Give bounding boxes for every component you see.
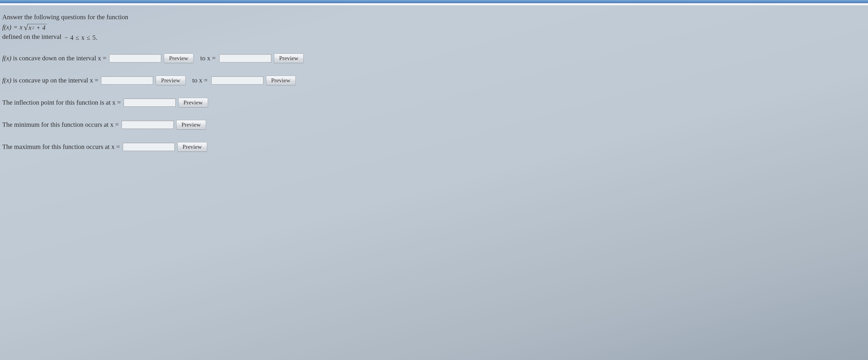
intro-line-3: defined on the interval − 4 ≤ x ≤ 5. (2, 32, 866, 42)
row-concave-up-label: f(x) is concave up on the interval x = (2, 76, 98, 84)
preview-button[interactable]: Preview (156, 76, 185, 85)
minimum-label: The minimum for this function occurs at … (2, 121, 119, 128)
concave-up-to-input[interactable] (211, 76, 264, 85)
maximum-label: The maximum for this function occurs at … (2, 143, 120, 151)
formula-coef-x: x (20, 22, 23, 32)
maximum-input[interactable] (123, 143, 175, 151)
row-maximum: The maximum for this function occurs at … (2, 142, 866, 152)
formula-expression: f(x) = x √ x2 + 4 (2, 22, 47, 32)
concave-up-to-label: to x = (192, 76, 208, 84)
intro-formula-line: f(x) = x √ x2 + 4 (2, 22, 866, 32)
preview-button[interactable]: Preview (178, 98, 208, 107)
intro-interval: − 4 ≤ x ≤ 5. (64, 33, 98, 42)
fx-label: f(x) (2, 55, 13, 62)
concave-down-to-label: to x = (200, 55, 216, 62)
formula-sqrt: √ x2 + 4 (24, 23, 47, 31)
preview-button[interactable]: Preview (266, 76, 296, 85)
row-concave-down: f(x) is concave down on the interval x =… (2, 54, 866, 63)
fx-label: f(x) (2, 76, 13, 84)
preview-button[interactable]: Preview (178, 142, 207, 152)
concave-up-text: is concave up on the interval x = (13, 76, 98, 84)
inflection-label: The inflection point for this function i… (2, 99, 121, 106)
row-inflection: The inflection point for this function i… (2, 98, 866, 107)
inflection-input[interactable] (124, 99, 176, 107)
intro-defined-text: defined on the interval (2, 33, 61, 40)
question-content: Answer the following questions for the f… (0, 5, 868, 156)
interval-text: − 4 ≤ x ≤ 5. (64, 33, 98, 42)
browser-topbar (0, 0, 868, 3)
radicand-plus4: + 4 (36, 24, 45, 31)
preview-button[interactable]: Preview (164, 54, 193, 63)
radical-icon: √ (24, 24, 28, 32)
minimum-input[interactable] (122, 121, 174, 129)
preview-button[interactable]: Preview (274, 54, 304, 63)
radicand-x: x (29, 24, 31, 31)
intro-line-1: Answer the following questions for the f… (2, 12, 866, 22)
formula-equals: = (13, 22, 17, 32)
question-intro: Answer the following questions for the f… (2, 12, 866, 42)
row-concave-down-label: f(x) is concave down on the interval x = (2, 55, 106, 62)
concave-down-to-input[interactable] (219, 54, 271, 62)
row-minimum: The minimum for this function occurs at … (2, 120, 866, 130)
radicand: x2 + 4 (28, 24, 47, 31)
browser-divider (0, 3, 868, 5)
concave-down-from-input[interactable] (109, 54, 161, 62)
formula-f-of-x: f(x) (2, 22, 11, 32)
concave-down-text: is concave down on the interval x = (13, 55, 106, 62)
concave-up-from-input[interactable] (101, 76, 153, 85)
preview-button[interactable]: Preview (176, 120, 206, 130)
row-concave-up: f(x) is concave up on the interval x = P… (2, 76, 866, 85)
